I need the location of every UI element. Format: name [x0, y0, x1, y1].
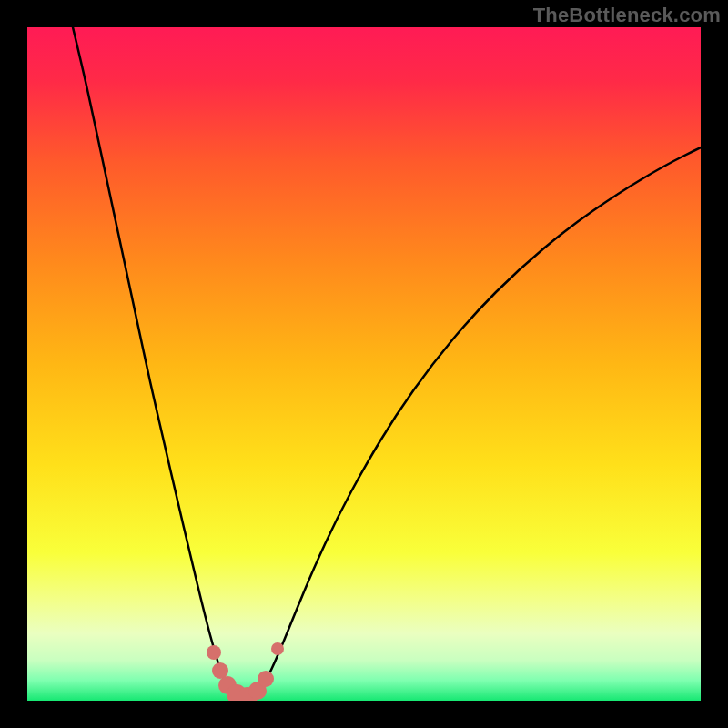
chart-svg: [27, 27, 701, 701]
plot-area: [27, 27, 701, 701]
marker-dot: [271, 642, 284, 655]
marker-dot: [258, 671, 274, 687]
gradient-background: [27, 27, 701, 701]
chart-frame: TheBottleneck.com: [0, 0, 728, 728]
watermark-text: TheBottleneck.com: [533, 4, 721, 27]
marker-dot: [207, 645, 221, 660]
